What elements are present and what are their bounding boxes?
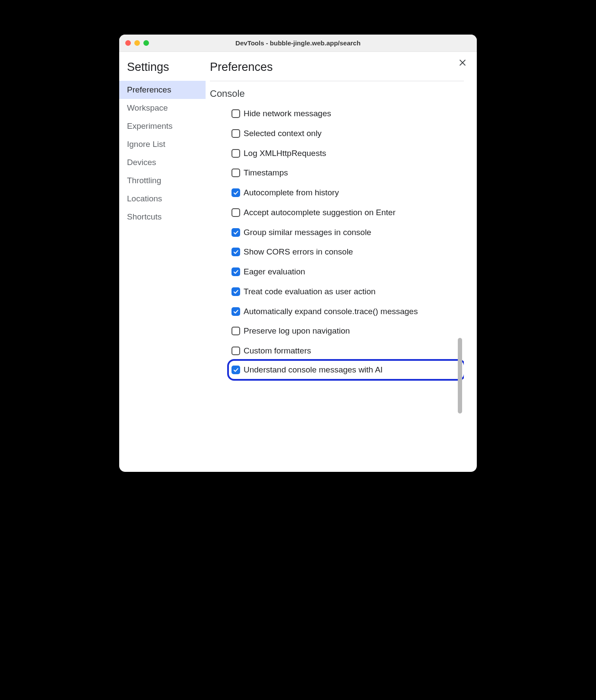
option-label[interactable]: Understand console messages with AI <box>244 365 383 375</box>
option-row: Treat code evaluation as user action <box>229 282 464 302</box>
checkbox[interactable] <box>231 327 240 335</box>
option-label[interactable]: Show CORS errors in console <box>244 247 353 257</box>
option-row: Hide network messages <box>229 104 464 124</box>
option-label[interactable]: Treat code evaluation as user action <box>244 286 376 297</box>
sidebar-item-workspace[interactable]: Workspace <box>119 99 206 117</box>
checkbox[interactable] <box>231 267 240 276</box>
option-label[interactable]: Autocomplete from history <box>244 188 339 198</box>
sidebar-item-ignore-list[interactable]: Ignore List <box>119 135 206 153</box>
sidebar-item-throttling[interactable]: Throttling <box>119 172 206 190</box>
sidebar-item-shortcuts[interactable]: Shortcuts <box>119 208 206 226</box>
option-row: Timestamps <box>229 163 464 183</box>
option-label[interactable]: Selected context only <box>244 128 322 139</box>
option-row: Show CORS errors in console <box>229 242 464 262</box>
checkbox[interactable] <box>231 169 240 177</box>
scrollbar-thumb[interactable] <box>458 338 462 414</box>
option-row: Group similar messages in console <box>229 223 464 242</box>
sidebar-item-preferences[interactable]: Preferences <box>119 81 206 99</box>
window-minimize-button[interactable] <box>134 40 140 46</box>
panel-title: Preferences <box>210 58 464 81</box>
titlebar: DevTools - bubble-jingle.web.app/search <box>119 35 477 52</box>
sidebar-title: Settings <box>119 58 206 81</box>
option-row: Autocomplete from history <box>229 183 464 203</box>
settings-sidebar: Settings PreferencesWorkspaceExperiments… <box>119 52 206 472</box>
preferences-scroll-area[interactable]: Console Hide network messagesSelected co… <box>210 81 464 472</box>
checkbox[interactable] <box>231 228 240 237</box>
option-label[interactable]: Log XMLHttpRequests <box>244 148 326 159</box>
scrollbar-track[interactable] <box>457 107 463 468</box>
checkbox[interactable] <box>231 208 240 217</box>
option-label[interactable]: Timestamps <box>244 168 288 178</box>
option-row: Custom formatters <box>229 341 464 361</box>
checkbox[interactable] <box>231 366 240 374</box>
sidebar-item-experiments[interactable]: Experiments <box>119 117 206 135</box>
traffic-lights <box>125 40 149 46</box>
option-label[interactable]: Preserve log upon navigation <box>244 326 350 336</box>
sidebar-item-locations[interactable]: Locations <box>119 190 206 208</box>
option-row: Log XMLHttpRequests <box>229 143 464 163</box>
preferences-panel: Preferences Console Hide network message… <box>206 52 477 472</box>
checkbox[interactable] <box>231 109 240 118</box>
checkbox[interactable] <box>231 307 240 316</box>
option-row: Understand console messages with AI <box>229 361 464 379</box>
section-title-console: Console <box>210 81 464 104</box>
window-close-button[interactable] <box>125 40 131 46</box>
checkbox[interactable] <box>231 129 240 138</box>
checkbox[interactable] <box>231 248 240 256</box>
option-label[interactable]: Custom formatters <box>244 346 311 356</box>
option-label[interactable]: Group similar messages in console <box>244 227 371 238</box>
option-row: Selected context only <box>229 124 464 143</box>
option-row: Accept autocomplete suggestion on Enter <box>229 203 464 223</box>
option-label[interactable]: Accept autocomplete suggestion on Enter <box>244 207 396 218</box>
window-zoom-button[interactable] <box>143 40 149 46</box>
checkbox[interactable] <box>231 188 240 197</box>
option-label[interactable]: Automatically expand console.trace() mes… <box>244 306 418 317</box>
option-row: Automatically expand console.trace() mes… <box>229 302 464 321</box>
settings-content: Settings PreferencesWorkspaceExperiments… <box>119 52 477 472</box>
checkbox[interactable] <box>231 149 240 158</box>
option-label[interactable]: Hide network messages <box>244 108 331 119</box>
option-row: Eager evaluation <box>229 262 464 282</box>
devtools-window: DevTools - bubble-jingle.web.app/search … <box>119 35 477 472</box>
window-title: DevTools - bubble-jingle.web.app/search <box>119 39 477 47</box>
sidebar-item-devices[interactable]: Devices <box>119 153 206 172</box>
checkbox[interactable] <box>231 287 240 296</box>
console-options-list: Hide network messagesSelected context on… <box>210 104 464 379</box>
option-label[interactable]: Eager evaluation <box>244 267 305 277</box>
checkbox[interactable] <box>231 347 240 355</box>
option-row: Preserve log upon navigation <box>229 321 464 341</box>
